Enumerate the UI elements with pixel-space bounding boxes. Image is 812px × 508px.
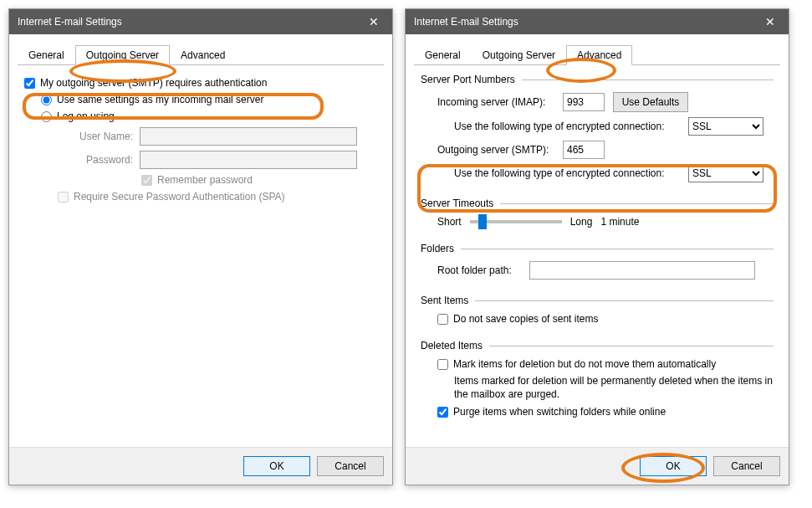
outgoing-encryption-select[interactable]: SSL bbox=[688, 164, 763, 182]
cancel-button[interactable]: Cancel bbox=[317, 456, 384, 476]
tabstrip: General Outgoing Server Advanced bbox=[414, 44, 780, 65]
timeout-value: 1 minute bbox=[600, 216, 639, 228]
remember-password-checkbox[interactable] bbox=[141, 175, 152, 186]
short-label: Short bbox=[437, 216, 462, 228]
sent-items-group: Sent Items Do not save copies of sent it… bbox=[421, 295, 774, 331]
require-spa-label: Require Secure Password Authentication (… bbox=[74, 191, 285, 203]
password-label: Password: bbox=[58, 154, 133, 166]
no-save-copies-checkbox[interactable] bbox=[437, 314, 448, 325]
outgoing-encryption-label: Use the following type of encrypted conn… bbox=[454, 167, 688, 179]
advanced-dialog: Internet E-mail Settings ✕ General Outgo… bbox=[405, 8, 789, 485]
deletion-note: Items marked for deletion will be perman… bbox=[454, 375, 774, 401]
ok-button[interactable]: OK bbox=[640, 456, 707, 476]
timeouts-legend: Server Timeouts bbox=[421, 198, 500, 209]
window-title: Internet E-mail Settings bbox=[414, 16, 518, 28]
dialog-footer: OK Cancel bbox=[406, 447, 789, 485]
outgoing-port-input[interactable] bbox=[563, 141, 605, 159]
ok-button[interactable]: OK bbox=[243, 456, 310, 476]
tab-advanced[interactable]: Advanced bbox=[170, 45, 236, 65]
tab-outgoing-server[interactable]: Outgoing Server bbox=[472, 45, 566, 65]
same-settings-radio[interactable] bbox=[41, 95, 52, 105]
long-label: Long bbox=[570, 216, 593, 228]
tab-advanced[interactable]: Advanced bbox=[566, 45, 632, 65]
outgoing-port-label: Outgoing server (SMTP): bbox=[437, 144, 563, 156]
cancel-button[interactable]: Cancel bbox=[713, 456, 780, 476]
purge-items-checkbox[interactable] bbox=[437, 407, 448, 418]
same-settings-label: Use same settings as my incoming mail se… bbox=[57, 94, 263, 105]
purge-items-label: Purge items when switching folders while… bbox=[453, 406, 666, 418]
sent-legend: Sent Items bbox=[421, 295, 475, 306]
outgoing-server-dialog: Internet E-mail Settings ✕ General Outgo… bbox=[8, 8, 393, 485]
tab-outgoing-server[interactable]: Outgoing Server bbox=[75, 45, 170, 65]
dialog-container: Internet E-mail Settings ✕ General Outgo… bbox=[8, 8, 804, 485]
remember-password-label: Remember password bbox=[157, 174, 253, 186]
root-folder-label: Root folder path: bbox=[437, 264, 529, 276]
incoming-port-input[interactable] bbox=[563, 93, 605, 111]
incoming-encryption-select[interactable]: SSL bbox=[688, 117, 763, 136]
dialog-footer: OK Cancel bbox=[9, 447, 392, 485]
username-input[interactable] bbox=[140, 127, 357, 146]
dialog-body: Server Port Numbers Incoming server (IMA… bbox=[406, 65, 789, 447]
require-spa-checkbox[interactable] bbox=[58, 192, 69, 203]
no-save-copies-label: Do not save copies of sent items bbox=[453, 313, 598, 325]
server-port-numbers-group: Server Port Numbers Incoming server (IMA… bbox=[421, 74, 774, 189]
tab-general[interactable]: General bbox=[18, 45, 75, 65]
window-title: Internet E-mail Settings bbox=[18, 16, 122, 28]
titlebar: Internet E-mail Settings ✕ bbox=[406, 9, 789, 34]
server-timeouts-group: Server Timeouts Short Long 1 minute bbox=[421, 198, 774, 234]
tabstrip: General Outgoing Server Advanced bbox=[18, 44, 384, 65]
smtp-auth-label: My outgoing server (SMTP) requires authe… bbox=[40, 77, 267, 89]
close-icon[interactable]: ✕ bbox=[355, 9, 392, 34]
deleted-items-group: Deleted Items Mark items for deletion bu… bbox=[421, 340, 774, 424]
password-input[interactable] bbox=[140, 151, 357, 169]
mark-deletion-label: Mark items for deletion but do not move … bbox=[453, 358, 716, 370]
tab-general[interactable]: General bbox=[414, 45, 472, 65]
titlebar: Internet E-mail Settings ✕ bbox=[9, 9, 392, 34]
close-icon[interactable]: ✕ bbox=[752, 9, 789, 34]
incoming-port-label: Incoming server (IMAP): bbox=[437, 96, 563, 108]
dialog-body: My outgoing server (SMTP) requires authe… bbox=[9, 65, 392, 447]
deleted-legend: Deleted Items bbox=[421, 340, 489, 351]
log-on-using-label: Log on using bbox=[57, 110, 115, 122]
mark-deletion-checkbox[interactable] bbox=[437, 359, 448, 370]
folders-legend: Folders bbox=[421, 243, 461, 254]
server-ports-legend: Server Port Numbers bbox=[421, 74, 522, 85]
folders-group: Folders Root folder path: bbox=[421, 243, 774, 286]
root-folder-input[interactable] bbox=[529, 261, 755, 280]
timeout-slider[interactable] bbox=[470, 220, 562, 223]
smtp-auth-checkbox[interactable] bbox=[24, 78, 35, 89]
use-defaults-button[interactable]: Use Defaults bbox=[613, 92, 688, 112]
log-on-using-radio[interactable] bbox=[41, 111, 52, 122]
username-label: User Name: bbox=[58, 131, 133, 142]
incoming-encryption-label: Use the following type of encrypted conn… bbox=[454, 121, 688, 132]
